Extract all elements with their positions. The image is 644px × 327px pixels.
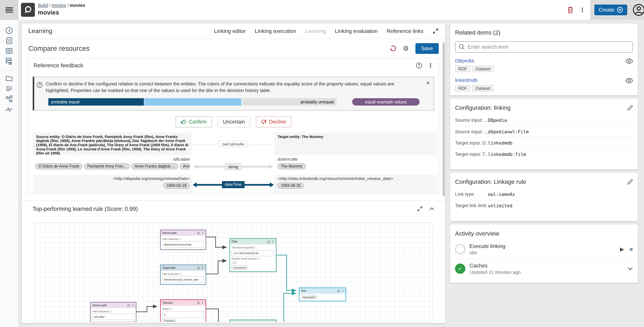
app-logo[interactable] xyxy=(21,3,35,17)
node-path-input[interactable]: linkedmdb:initial_release_date xyxy=(162,276,204,283)
more-options-button[interactable]: ⋮ xyxy=(580,7,585,13)
sidebar-item-projects[interactable] xyxy=(0,74,18,83)
panel-more-options-button[interactable]: ⋮ xyxy=(428,63,433,68)
node-regex-input[interactable]: \s xyxy=(162,311,204,317)
value-chip[interactable]: 1959-09-25 xyxy=(278,183,304,189)
graph-expand-button[interactable] xyxy=(417,206,422,212)
node-menu-icon[interactable]: ⋮ xyxy=(271,321,274,322)
expand-caches-button[interactable] xyxy=(628,267,633,271)
node-menu-icon[interactable]: ⋮ xyxy=(201,301,204,304)
learning-card: Learning Linking editor Linking executio… xyxy=(22,24,445,323)
search-input[interactable] xyxy=(468,44,629,50)
expand-view-button[interactable] xyxy=(432,28,439,34)
tab-reference-links[interactable]: Reference links xyxy=(387,28,424,34)
success-status-icon: ✓ xyxy=(455,263,465,274)
value-chip[interactable]: O Diário de Anne Frank xyxy=(35,163,82,169)
delete-button[interactable] xyxy=(567,6,574,14)
decline-button[interactable]: Decline xyxy=(256,116,291,127)
start-activity-button[interactable]: ▶ xyxy=(620,247,624,252)
string-comparison-label[interactable]: string xyxy=(225,163,241,170)
help-button[interactable]: ? xyxy=(416,63,422,68)
collapse-section-button[interactable] xyxy=(429,207,434,211)
value-chip[interactable]: 1959-03-18 xyxy=(163,183,190,189)
rule-node-source-path-2[interactable]: Source path◎⋮ Path (required) ⓘ rdfs:lab… xyxy=(90,302,136,322)
value-chip[interactable]: The Mummy xyxy=(278,163,306,169)
node-eye-icon[interactable]: ◎ xyxy=(267,321,270,322)
rule-node-target-path[interactable]: Target path◎⋮ Path (required) ⓘ linkedmd… xyxy=(160,264,206,285)
preview-item-button[interactable] xyxy=(626,78,633,83)
edit-config-button[interactable] xyxy=(627,105,633,111)
stop-activity-button[interactable]: ■ xyxy=(630,246,633,252)
datetime-comparison-label[interactable]: dateTime xyxy=(222,181,244,188)
node-menu-icon[interactable]: ⋮ xyxy=(201,266,204,270)
sidebar-item-explore[interactable] xyxy=(0,26,18,36)
sidebar-item-queries[interactable] xyxy=(0,56,18,66)
user-avatar-button[interactable] xyxy=(632,4,644,16)
undo-button[interactable] xyxy=(390,45,396,52)
settings-button[interactable]: ⚙ xyxy=(403,45,409,52)
close-info-button[interactable]: ✕ xyxy=(426,80,430,86)
sidebar-item-workflows[interactable] xyxy=(0,94,18,104)
feedback-actions: Confirm Uncertain Decline xyxy=(28,116,439,127)
tab-linking-execution[interactable]: Linking execution xyxy=(255,28,296,34)
sidebar-item-datasets[interactable] xyxy=(0,84,18,94)
preview-item-button[interactable] xyxy=(626,58,633,64)
target-entity-header: Target entity: The Mummy xyxy=(274,133,437,155)
tab-linking-evaluation[interactable]: Linking evaluation xyxy=(335,28,378,34)
node-eye-icon[interactable]: ◎ xyxy=(267,240,270,244)
node-threshold-input[interactable]: 170.76851929028138 xyxy=(232,250,274,256)
source-label-row: rdfs:label O Diário de Anne Frank Pamięt… xyxy=(33,155,192,175)
node-type-tag: Transform xyxy=(162,319,176,322)
node-eye-icon[interactable]: ◎ xyxy=(127,303,130,307)
rule-graph-canvas[interactable]: Source path◎⋮ Path (required) ⓘ dbpediao… xyxy=(34,222,432,322)
config-row: Link type owl:sameAs xyxy=(455,188,633,200)
tab-learning[interactable]: Learning xyxy=(305,28,326,34)
compass-icon xyxy=(5,26,13,35)
tab-linking-editor[interactable]: Linking editor xyxy=(214,28,246,34)
eye-icon xyxy=(626,78,633,83)
info-icon: ⓘ xyxy=(179,238,182,240)
node-menu-icon[interactable]: ⋮ xyxy=(271,240,274,243)
breadcrumb-project-link[interactable]: movies xyxy=(52,3,66,8)
tag-rdf: RDF xyxy=(455,85,470,92)
rule-node-tokenize[interactable]: Tokenize◎⋮ Regex ⓘ \s Transform xyxy=(160,299,206,322)
breadcrumb-build-link[interactable]: Build xyxy=(38,3,48,8)
require-month-day-toggle[interactable] xyxy=(232,261,237,264)
rule-node-and[interactable]: And◎⋮ Aggregation xyxy=(299,287,346,301)
node-menu-icon[interactable]: ⋮ xyxy=(341,289,344,292)
activity-status: Idle xyxy=(470,250,620,255)
create-button[interactable]: Create xyxy=(594,5,627,15)
app: Build / movies / movies movies ⋮ Create xyxy=(0,0,644,327)
sidebar-item-ontology[interactable] xyxy=(0,46,18,56)
node-eye-icon[interactable]: ◎ xyxy=(197,231,200,235)
right-sidebar: Related items (2) DBpedia RDF Dataset xyxy=(450,24,638,286)
learned-rule-title: Top-performing learned rule (Score: 0.99… xyxy=(32,206,138,212)
value-chip[interactable]: Pamiętnik Anny Fran... xyxy=(84,163,130,169)
edit-linkage-rule-button[interactable] xyxy=(627,179,633,185)
config-row: Source input: ... dbpediaowl:Film xyxy=(455,126,633,137)
related-items-title: Related items (2) xyxy=(455,24,633,36)
uncertain-button[interactable]: Uncertain xyxy=(218,116,250,127)
related-item-link[interactable]: DBpedia xyxy=(455,58,474,64)
menu-toggle-button[interactable] xyxy=(0,0,18,20)
confirm-button[interactable]: Confirm xyxy=(176,116,212,127)
rule-node-date[interactable]: Date◎⋮ Threshold (required) ⓘ 170.768519… xyxy=(230,238,276,272)
rule-node-levenshtein[interactable]: Levenshtein distance◎⋮ xyxy=(230,319,276,322)
node-eye-icon[interactable]: ◎ xyxy=(197,301,200,305)
node-menu-icon[interactable]: ⋮ xyxy=(201,231,204,235)
node-menu-icon[interactable]: ⋮ xyxy=(131,303,134,307)
value-chip[interactable]: Anne Franks dagbok ... xyxy=(131,163,178,169)
sidebar-item-activities[interactable] xyxy=(0,104,18,114)
info-icon: ⓘ xyxy=(179,273,182,275)
node-eye-icon[interactable]: ◎ xyxy=(337,289,340,293)
node-path-input[interactable]: dbpediaowl:releaseDate xyxy=(162,241,204,248)
sidebar-item-vocabularies[interactable] xyxy=(0,36,18,46)
value-chip[interactable]: Anne xyxy=(180,163,190,169)
save-button[interactable]: Save xyxy=(416,43,438,54)
node-eye-icon[interactable]: ◎ xyxy=(197,266,200,270)
rule-node-source-path[interactable]: Source path◎⋮ Path (required) ⓘ dbpediao… xyxy=(160,230,206,250)
related-item-link[interactable]: linkedmdb xyxy=(455,77,478,83)
activity-overview-title: Activity overview xyxy=(455,224,633,237)
main-scrollbar[interactable] xyxy=(443,42,445,196)
node-path-input[interactable]: rdfs:label xyxy=(92,314,134,320)
